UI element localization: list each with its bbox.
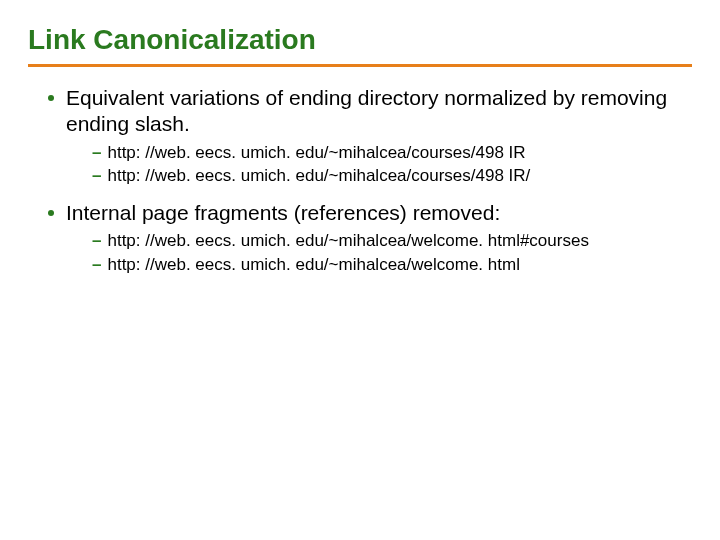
bullet-icon [48, 95, 54, 101]
sub-list: – http: //web. eecs. umich. edu/~mihalce… [92, 230, 692, 275]
sub-list: – http: //web. eecs. umich. edu/~mihalce… [92, 142, 692, 187]
sub-text: http: //web. eecs. umich. edu/~mihalcea/… [107, 165, 530, 186]
sub-item: – http: //web. eecs. umich. edu/~mihalce… [92, 230, 692, 251]
bullet-text: Internal page fragments (references) rem… [66, 200, 500, 226]
dash-icon: – [92, 254, 101, 275]
sub-item: – http: //web. eecs. umich. edu/~mihalce… [92, 165, 692, 186]
dash-icon: – [92, 142, 101, 163]
bullet-item: Equivalent variations of ending director… [48, 85, 692, 138]
bullet-item: Internal page fragments (references) rem… [48, 200, 692, 226]
sub-text: http: //web. eecs. umich. edu/~mihalcea/… [107, 230, 588, 251]
bullet-text: Equivalent variations of ending director… [66, 85, 692, 138]
bullet-icon [48, 210, 54, 216]
dash-icon: – [92, 230, 101, 251]
sub-item: – http: //web. eecs. umich. edu/~mihalce… [92, 142, 692, 163]
sub-text: http: //web. eecs. umich. edu/~mihalcea/… [107, 254, 519, 275]
slide-content: Equivalent variations of ending director… [28, 85, 692, 275]
dash-icon: – [92, 165, 101, 186]
sub-item: – http: //web. eecs. umich. edu/~mihalce… [92, 254, 692, 275]
sub-text: http: //web. eecs. umich. edu/~mihalcea/… [107, 142, 525, 163]
slide-title: Link Canonicalization [28, 24, 692, 56]
title-divider [28, 64, 692, 67]
slide: Link Canonicalization Equivalent variati… [0, 0, 720, 540]
